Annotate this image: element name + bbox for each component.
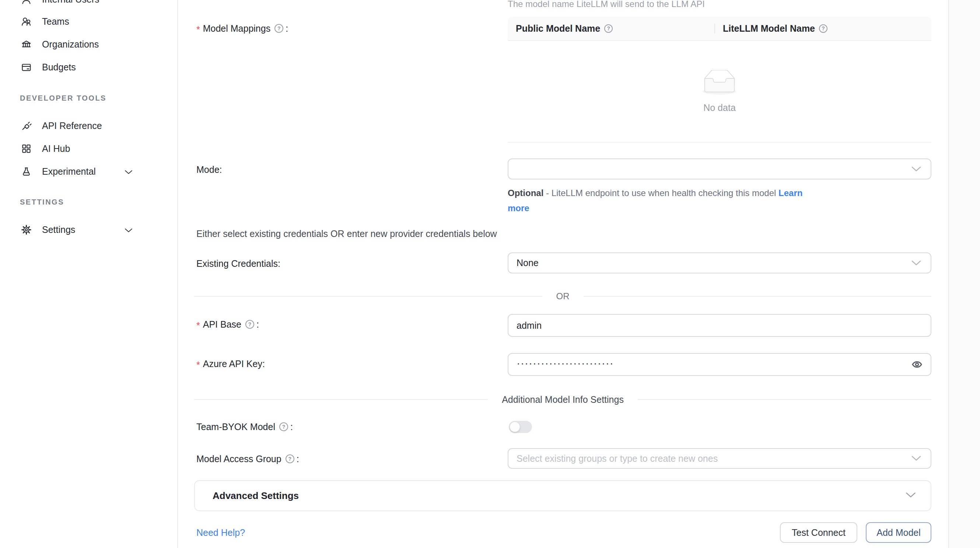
additional-info-divider: Additional Model Info Settings [194,393,931,406]
team-byok-label: Team-BYOK Model ? : [196,421,293,433]
sidebar-item-budgets[interactable]: Budgets [0,56,177,78]
chevron-down-icon [911,164,922,174]
sidebar-section-developer-tools: DEVELOPER TOOLS [20,94,107,102]
required-marker: * [196,360,200,370]
sidebar-item-label: Teams [42,16,69,27]
test-connect-button[interactable]: Test Connect [780,522,858,543]
additional-info-divider-text: Additional Model Info Settings [502,394,624,405]
api-base-input[interactable]: admin [508,314,931,337]
sidebar-item-label: Organizations [42,39,99,50]
add-model-page: Internal Users Teams Organizations Budge… [0,0,980,548]
no-data-text: No data [703,102,736,113]
add-model-button[interactable]: Add Model [866,522,931,543]
masked-password-value: ························ [517,357,614,368]
mode-select[interactable] [508,158,931,180]
sidebar-item-organizations[interactable]: Organizations [0,33,177,56]
column-divider [714,24,715,33]
sidebar-item-label: API Reference [42,121,102,131]
sidebar-item-teams[interactable]: Teams [0,10,177,33]
team-byok-toggle[interactable] [509,421,532,433]
model-access-group-label: Model Access Group ? : [196,452,299,465]
question-circle-icon[interactable]: ? [279,422,288,431]
chevron-down-icon [911,258,922,268]
gear-icon [21,224,32,236]
azure-api-key-label: * Azure API Key : [196,357,265,370]
sidebar-item-label: Settings [42,225,75,235]
team-icon [21,16,32,27]
or-divider-text: OR [556,291,570,301]
advanced-settings-panel[interactable]: Advanced Settings [194,480,931,511]
azure-api-key-input[interactable]: ························ [508,353,931,376]
bank-icon [21,39,32,50]
credentials-note: Either select existing credentials OR en… [196,228,497,239]
user-icon [21,0,32,5]
chevron-down-icon [911,453,922,464]
sidebar: Internal Users Teams Organizations Budge… [0,0,178,548]
sidebar-item-internal-users[interactable]: Internal Users [0,0,177,11]
table-header: Public Model Name ? LiteLLM Model Name ? [508,17,931,41]
chevron-down-icon [905,492,916,500]
chevron-down-icon [124,225,133,235]
app-grid-icon [21,143,32,155]
sidebar-item-label: AI Hub [42,143,70,154]
existing-credentials-label: Existing Credentials : [196,257,280,270]
question-circle-icon[interactable]: ? [245,320,254,329]
sidebar-item-experimental[interactable]: Experimental [0,160,177,183]
toggle-knob [510,422,520,432]
model-access-group-select[interactable]: Select existing groups or type to create… [508,448,931,469]
sidebar-item-ai-hub[interactable]: AI Hub [0,137,177,160]
advanced-settings-title: Advanced Settings [213,490,299,502]
sidebar-item-label: Internal Users [42,0,99,5]
api-plug-icon [21,120,32,132]
sidebar-item-api-reference[interactable]: API Reference [0,114,177,137]
credit-card-icon [21,62,32,73]
question-circle-icon[interactable]: ? [604,24,612,33]
mode-help-text: Optional - LiteLLM endpoint to use when … [508,185,819,216]
sidebar-item-label: Experimental [42,166,96,177]
required-marker: * [196,24,200,35]
question-circle-icon[interactable]: ? [274,24,283,33]
select-placeholder: Select existing groups or type to create… [517,453,718,464]
or-divider: OR [194,290,931,303]
column-header-public-model-name: Public Model Name ? [508,17,715,40]
api-base-label: * API Base ? : [196,318,259,331]
eye-icon[interactable] [912,359,923,370]
flask-icon [21,166,32,177]
model-name-hint: The model name LiteLLM will send to the … [508,0,705,10]
model-mappings-label: * Model Mappings ? : [196,22,288,35]
question-circle-icon[interactable]: ? [286,454,294,463]
column-header-litellm-model-name: LiteLLM Model Name ? [715,17,931,40]
sidebar-section-settings: SETTINGS [20,198,64,206]
empty-box-icon [699,70,740,98]
need-help-link[interactable]: Need Help? [196,527,245,538]
model-mappings-table: Public Model Name ? LiteLLM Model Name ?… [508,17,931,143]
table-empty-state: No data [508,41,931,143]
question-circle-icon[interactable]: ? [819,24,827,33]
existing-credentials-select[interactable]: None [508,252,931,274]
sidebar-item-label: Budgets [42,62,76,73]
page-right-gutter [948,0,980,548]
sidebar-item-settings[interactable]: Settings [0,218,177,241]
chevron-down-icon [124,166,133,177]
required-marker: * [196,320,200,331]
mode-label: Mode : [196,163,222,176]
